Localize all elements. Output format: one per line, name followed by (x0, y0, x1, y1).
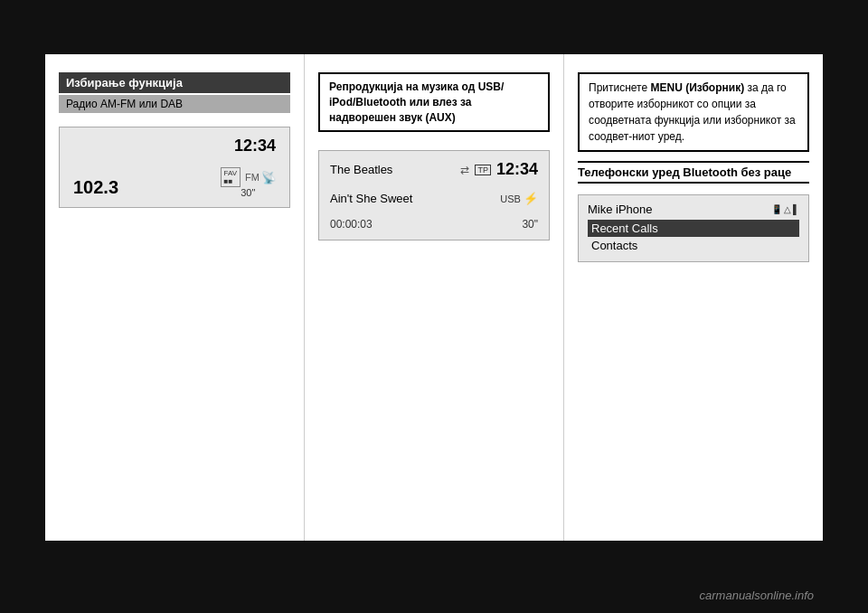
callout-line2: iPod/Bluetooth или влез за (329, 96, 472, 108)
section-title: Избирање функција (59, 72, 290, 93)
radio-display: 12:34 102.3 FAV■■ FM 📡 30" (59, 127, 290, 208)
callout-line1: Репродукција на музика од USB/ (329, 80, 504, 93)
media-display: The Beatles ⇄ TP 12:34 Ain't She Sweet U… (318, 150, 550, 240)
phone-name: Mike iPhone (588, 203, 653, 216)
phone-name-row: Mike iPhone 📱 △ ▌ (588, 203, 799, 216)
time-elapsed: 00:00:03 (330, 218, 373, 231)
right-panel: Притиснете MENU (Изборник) за да го отво… (564, 54, 823, 541)
watermark: carmanualsonline.info (700, 589, 814, 602)
bluetooth-header: Телефонски уред Bluetooth без раце (578, 161, 809, 184)
track-artist: The Beatles (330, 163, 392, 176)
radio-clock: 12:34 (234, 137, 276, 156)
callout-bold: MENU (Изборник) (650, 81, 744, 94)
middle-panel: Репродукција на музика од USB/ iPod/Blue… (305, 54, 564, 541)
radio-frequency: 102.3 (73, 177, 118, 198)
subsection-title: Радио AM-FM или DAB (59, 95, 290, 113)
usb-icon: ⚡ (524, 192, 538, 205)
antenna-icon: 📡 (261, 171, 276, 184)
left-panel: Избирање функција Радио AM-FM или DAB 12… (45, 54, 305, 541)
phone-display: Mike iPhone 📱 △ ▌ Recent Calls Contacts (578, 194, 809, 262)
media-row-2: Ain't She Sweet USB ⚡ (330, 192, 538, 205)
menu-item-contacts[interactable]: Contacts (588, 237, 799, 254)
callout-line3: надворешен звук (AUX) (329, 111, 456, 124)
media-clock: 12:34 (496, 160, 538, 179)
radio-delay: 30" (241, 187, 255, 198)
fav-box: FAV■■ (221, 167, 241, 187)
tp-badge: TP (475, 165, 491, 175)
battery-icon: ▌ (793, 204, 799, 214)
fm-label: FM (245, 172, 259, 183)
shuffle-icon: ⇄ (460, 164, 469, 176)
usb-callout: Репродукција на музика од USB/ iPod/Blue… (318, 72, 550, 132)
phone-icons: 📱 △ ▌ (771, 204, 799, 214)
signal-icon: △ (784, 204, 791, 214)
media-row-3: 00:00:03 30" (330, 218, 538, 231)
page-background: Избирање функција Радио AM-FM или DAB 12… (0, 0, 868, 613)
track-title: Ain't She Sweet (330, 192, 412, 205)
callout-text-before: Притиснете (589, 81, 650, 94)
radio-icons: FAV■■ FM 📡 (221, 167, 276, 187)
usb-label: USB ⚡ (500, 192, 538, 205)
phone-icon: 📱 (771, 204, 782, 214)
content-area: Избирање функција Радио AM-FM или DAB 12… (45, 54, 823, 541)
media-delay: 30" (522, 218, 538, 231)
menu-item-recent-calls[interactable]: Recent Calls (588, 220, 799, 237)
menu-callout: Притиснете MENU (Изборник) за да го отво… (578, 72, 809, 152)
media-row-1: The Beatles ⇄ TP 12:34 (330, 160, 538, 179)
